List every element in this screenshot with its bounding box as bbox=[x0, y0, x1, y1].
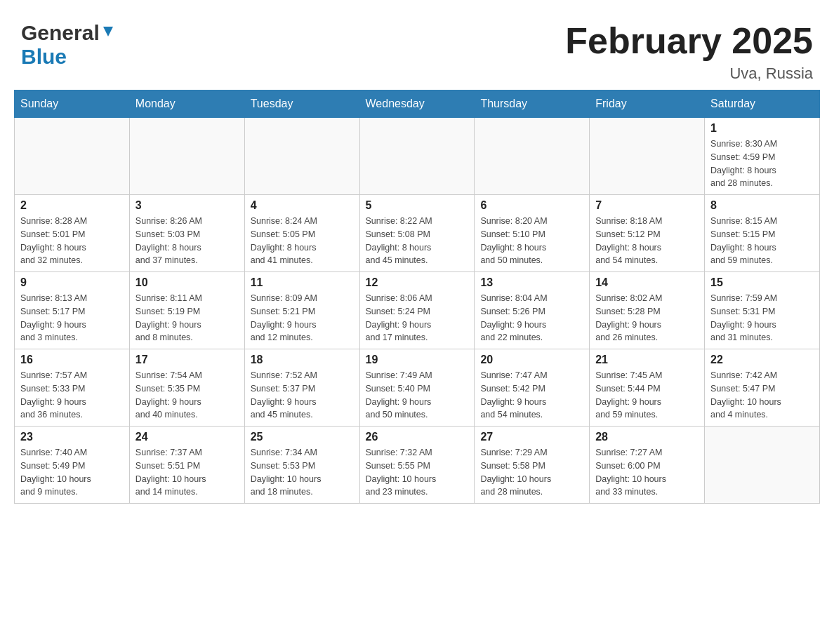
day-info: Sunrise: 7:47 AMSunset: 5:42 PMDaylight:… bbox=[480, 369, 583, 422]
table-row bbox=[590, 118, 705, 195]
day-number: 11 bbox=[251, 276, 354, 289]
day-number: 16 bbox=[20, 354, 124, 366]
day-number: 6 bbox=[480, 199, 583, 212]
day-number: 3 bbox=[135, 199, 239, 212]
header-monday: Monday bbox=[129, 90, 244, 118]
table-row: 8Sunrise: 8:15 AMSunset: 5:15 PMDaylight… bbox=[705, 195, 820, 272]
table-row: 27Sunrise: 7:29 AMSunset: 5:58 PMDayligh… bbox=[475, 427, 590, 504]
table-row: 26Sunrise: 7:32 AMSunset: 5:55 PMDayligh… bbox=[359, 427, 475, 504]
table-row: 16Sunrise: 7:57 AMSunset: 5:33 PMDayligh… bbox=[15, 349, 130, 427]
day-number: 8 bbox=[710, 199, 814, 212]
day-number: 22 bbox=[710, 354, 814, 366]
day-info: Sunrise: 8:30 AMSunset: 4:59 PMDaylight:… bbox=[710, 137, 814, 190]
day-number: 25 bbox=[251, 431, 354, 443]
table-row bbox=[705, 427, 820, 504]
calendar-table: Sunday Monday Tuesday Wednesday Thursday… bbox=[14, 90, 820, 504]
day-info: Sunrise: 8:06 AMSunset: 5:24 PMDaylight:… bbox=[366, 292, 469, 344]
table-row: 9Sunrise: 8:13 AMSunset: 5:17 PMDaylight… bbox=[15, 272, 130, 349]
table-row: 19Sunrise: 7:49 AMSunset: 5:40 PMDayligh… bbox=[359, 349, 475, 427]
calendar-subtitle: Uva, Russia bbox=[565, 65, 813, 83]
day-info: Sunrise: 8:18 AMSunset: 5:12 PMDaylight:… bbox=[595, 215, 699, 267]
day-info: Sunrise: 8:02 AMSunset: 5:28 PMDaylight:… bbox=[595, 292, 699, 344]
day-info: Sunrise: 8:26 AMSunset: 5:03 PMDaylight:… bbox=[135, 215, 239, 267]
title-area: February 2025 Uva, Russia bbox=[565, 21, 813, 83]
header-thursday: Thursday bbox=[475, 90, 590, 118]
table-row: 21Sunrise: 7:45 AMSunset: 5:44 PMDayligh… bbox=[590, 349, 705, 427]
day-number: 12 bbox=[366, 276, 469, 289]
table-row: 10Sunrise: 8:11 AMSunset: 5:19 PMDayligh… bbox=[129, 272, 244, 349]
day-number: 26 bbox=[366, 431, 469, 443]
day-info: Sunrise: 7:54 AMSunset: 5:35 PMDaylight:… bbox=[135, 369, 239, 422]
table-row bbox=[359, 118, 475, 195]
day-info: Sunrise: 8:15 AMSunset: 5:15 PMDaylight:… bbox=[710, 215, 814, 267]
day-info: Sunrise: 7:40 AMSunset: 5:49 PMDaylight:… bbox=[20, 446, 124, 499]
day-number: 18 bbox=[251, 354, 354, 366]
table-row: 11Sunrise: 8:09 AMSunset: 5:21 PMDayligh… bbox=[244, 272, 359, 349]
logo: General Blue bbox=[21, 21, 116, 69]
calendar-week-row: 1Sunrise: 8:30 AMSunset: 4:59 PMDaylight… bbox=[15, 118, 820, 195]
table-row: 28Sunrise: 7:27 AMSunset: 6:00 PMDayligh… bbox=[590, 427, 705, 504]
table-row: 17Sunrise: 7:54 AMSunset: 5:35 PMDayligh… bbox=[129, 349, 244, 427]
table-row: 2Sunrise: 8:28 AMSunset: 5:01 PMDaylight… bbox=[15, 195, 130, 272]
calendar-week-row: 9Sunrise: 8:13 AMSunset: 5:17 PMDaylight… bbox=[15, 272, 820, 349]
day-number: 21 bbox=[595, 354, 699, 366]
table-row: 3Sunrise: 8:26 AMSunset: 5:03 PMDaylight… bbox=[129, 195, 244, 272]
day-number: 4 bbox=[251, 199, 354, 212]
table-row: 4Sunrise: 8:24 AMSunset: 5:05 PMDaylight… bbox=[244, 195, 359, 272]
calendar-week-row: 16Sunrise: 7:57 AMSunset: 5:33 PMDayligh… bbox=[15, 349, 820, 427]
day-info: Sunrise: 7:52 AMSunset: 5:37 PMDaylight:… bbox=[251, 369, 354, 422]
day-number: 9 bbox=[20, 276, 124, 289]
day-info: Sunrise: 8:09 AMSunset: 5:21 PMDaylight:… bbox=[251, 292, 354, 344]
day-number: 14 bbox=[595, 276, 699, 289]
table-row bbox=[129, 118, 244, 195]
table-row: 18Sunrise: 7:52 AMSunset: 5:37 PMDayligh… bbox=[244, 349, 359, 427]
table-row: 5Sunrise: 8:22 AMSunset: 5:08 PMDaylight… bbox=[359, 195, 475, 272]
header-wednesday: Wednesday bbox=[359, 90, 475, 118]
logo-general: General bbox=[21, 21, 100, 45]
logo-triangle-icon bbox=[100, 24, 116, 39]
day-info: Sunrise: 8:22 AMSunset: 5:08 PMDaylight:… bbox=[366, 215, 469, 267]
table-row: 23Sunrise: 7:40 AMSunset: 5:49 PMDayligh… bbox=[15, 427, 130, 504]
day-number: 5 bbox=[366, 199, 469, 212]
day-info: Sunrise: 7:34 AMSunset: 5:53 PMDaylight:… bbox=[251, 446, 354, 499]
table-row: 25Sunrise: 7:34 AMSunset: 5:53 PMDayligh… bbox=[244, 427, 359, 504]
header-sunday: Sunday bbox=[15, 90, 130, 118]
header-tuesday: Tuesday bbox=[244, 90, 359, 118]
page-header: General Blue February 2025 Uva, Russia bbox=[14, 14, 820, 83]
calendar-title: February 2025 bbox=[565, 21, 813, 61]
calendar-header-row: Sunday Monday Tuesday Wednesday Thursday… bbox=[15, 90, 820, 118]
table-row: 13Sunrise: 8:04 AMSunset: 5:26 PMDayligh… bbox=[475, 272, 590, 349]
table-row: 7Sunrise: 8:18 AMSunset: 5:12 PMDaylight… bbox=[590, 195, 705, 272]
day-info: Sunrise: 7:42 AMSunset: 5:47 PMDaylight:… bbox=[710, 369, 814, 422]
table-row: 12Sunrise: 8:06 AMSunset: 5:24 PMDayligh… bbox=[359, 272, 475, 349]
day-info: Sunrise: 8:20 AMSunset: 5:10 PMDaylight:… bbox=[480, 215, 583, 267]
day-info: Sunrise: 7:45 AMSunset: 5:44 PMDaylight:… bbox=[595, 369, 699, 422]
table-row: 1Sunrise: 8:30 AMSunset: 4:59 PMDaylight… bbox=[705, 118, 820, 195]
day-number: 27 bbox=[480, 431, 583, 443]
table-row bbox=[15, 118, 130, 195]
day-number: 10 bbox=[135, 276, 239, 289]
table-row: 24Sunrise: 7:37 AMSunset: 5:51 PMDayligh… bbox=[129, 427, 244, 504]
day-number: 2 bbox=[20, 199, 124, 212]
table-row: 14Sunrise: 8:02 AMSunset: 5:28 PMDayligh… bbox=[590, 272, 705, 349]
header-saturday: Saturday bbox=[705, 90, 820, 118]
day-info: Sunrise: 7:49 AMSunset: 5:40 PMDaylight:… bbox=[366, 369, 469, 422]
day-info: Sunrise: 7:27 AMSunset: 6:00 PMDaylight:… bbox=[595, 446, 699, 499]
day-number: 1 bbox=[710, 122, 814, 135]
day-info: Sunrise: 7:37 AMSunset: 5:51 PMDaylight:… bbox=[135, 446, 239, 499]
day-number: 15 bbox=[710, 276, 814, 289]
day-info: Sunrise: 7:32 AMSunset: 5:55 PMDaylight:… bbox=[366, 446, 469, 499]
table-row bbox=[244, 118, 359, 195]
day-number: 28 bbox=[595, 431, 699, 443]
day-info: Sunrise: 7:29 AMSunset: 5:58 PMDaylight:… bbox=[480, 446, 583, 499]
table-row bbox=[475, 118, 590, 195]
day-info: Sunrise: 7:57 AMSunset: 5:33 PMDaylight:… bbox=[20, 369, 124, 422]
svg-marker-0 bbox=[103, 27, 113, 36]
day-number: 23 bbox=[20, 431, 124, 443]
table-row: 6Sunrise: 8:20 AMSunset: 5:10 PMDaylight… bbox=[475, 195, 590, 272]
day-number: 24 bbox=[135, 431, 239, 443]
day-number: 20 bbox=[480, 354, 583, 366]
day-info: Sunrise: 8:11 AMSunset: 5:19 PMDaylight:… bbox=[135, 292, 239, 344]
calendar-week-row: 2Sunrise: 8:28 AMSunset: 5:01 PMDaylight… bbox=[15, 195, 820, 272]
day-number: 13 bbox=[480, 276, 583, 289]
